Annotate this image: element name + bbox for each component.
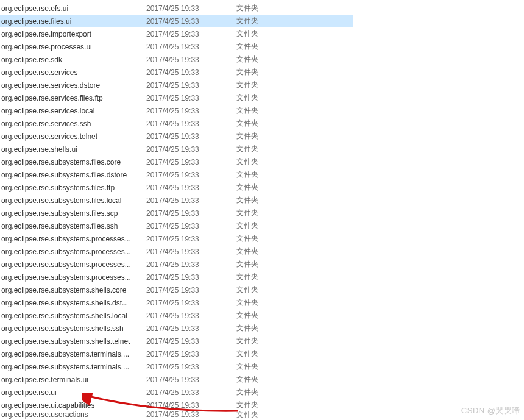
table-row[interactable]: org.eclipse.rse.sdk2017/4/25 19:33文件夹 [0, 53, 353, 66]
file-type: 文件夹 [236, 54, 297, 65]
file-type: 文件夹 [236, 208, 297, 218]
file-date: 2017/4/25 19:33 [146, 4, 236, 13]
table-row[interactable]: org.eclipse.rse.subsystems.shells.telnet… [0, 335, 353, 347]
table-row[interactable]: org.eclipse.rse.services.dstore2017/4/25… [0, 79, 353, 91]
table-row[interactable]: org.eclipse.rse.subsystems.processes...2… [0, 245, 353, 258]
file-date: 2017/4/25 19:33 [146, 43, 236, 51]
file-name: org.eclipse.rse.subsystems.processes... [1, 235, 146, 243]
table-row[interactable]: org.eclipse.rse.subsystems.files.local20… [0, 194, 353, 207]
file-date: 2017/4/25 19:33 [146, 68, 236, 77]
table-row[interactable]: org.eclipse.rse.importexport2017/4/25 19… [0, 27, 353, 40]
table-row[interactable]: org.eclipse.rse.services.files.ftp2017/4… [0, 91, 353, 104]
file-name: org.eclipse.rse.processes.ui [1, 43, 146, 51]
file-name: org.eclipse.rse.services.dstore [1, 81, 146, 90]
table-row[interactable]: org.eclipse.rse.subsystems.terminals....… [0, 347, 353, 360]
file-date: 2017/4/25 19:33 [146, 81, 236, 90]
table-row[interactable]: org.eclipse.rse.files.ui2017/4/25 19:33文… [0, 15, 353, 27]
table-row[interactable]: org.eclipse.rse.subsystems.files.dstore2… [0, 168, 353, 181]
file-type: 文件夹 [236, 195, 297, 205]
file-date: 2017/4/25 19:33 [146, 324, 236, 333]
file-type: 文件夹 [236, 144, 297, 154]
file-name: org.eclipse.rse.sdk [1, 55, 146, 64]
file-name: org.eclipse.rse.subsystems.shells.local [1, 311, 146, 320]
file-type: 文件夹 [236, 131, 297, 141]
file-date: 2017/4/25 19:33 [146, 94, 236, 102]
table-row[interactable]: org.eclipse.rse.subsystems.files.ftp2017… [0, 181, 353, 194]
file-date: 2017/4/25 19:33 [146, 299, 236, 307]
file-type: 文件夹 [236, 3, 297, 13]
file-date: 2017/4/25 19:33 [146, 247, 236, 256]
table-row[interactable]: org.eclipse.rse.terminals.ui2017/4/25 19… [0, 373, 353, 386]
file-type: 文件夹 [236, 169, 297, 180]
file-type: 文件夹 [236, 323, 297, 333]
table-row[interactable]: org.eclipse.rse.subsystems.files.ssh2017… [0, 219, 353, 232]
table-row[interactable]: org.eclipse.rse.subsystems.terminals....… [0, 360, 353, 373]
table-row[interactable]: org.eclipse.rse.shells.ui2017/4/25 19:33… [0, 143, 353, 155]
file-list[interactable]: org.eclipse.rse.efs.ui2017/4/25 19:33文件夹… [0, 0, 353, 418]
file-type: 文件夹 [236, 387, 297, 397]
table-row[interactable]: org.eclipse.rse.subsystems.files.scp2017… [0, 207, 353, 219]
file-name: org.eclipse.rse.subsystems.processes... [1, 273, 146, 282]
file-date: 2017/4/25 19:33 [146, 401, 236, 410]
table-row[interactable]: org.eclipse.rse.efs.ui2017/4/25 19:33文件夹 [0, 2, 353, 15]
table-row[interactable]: org.eclipse.rse.services.telnet2017/4/25… [0, 130, 353, 143]
file-type: 文件夹 [236, 80, 297, 90]
file-name: org.eclipse.rse.subsystems.shells.ssh [1, 324, 146, 333]
table-row[interactable]: org.eclipse.rse.subsystems.files.core201… [0, 155, 353, 168]
file-date: 2017/4/25 19:33 [146, 311, 236, 320]
file-name: org.eclipse.rse.subsystems.files.scp [1, 209, 146, 218]
table-row[interactable]: org.eclipse.rse.subsystems.shells.core20… [0, 283, 353, 296]
file-date: 2017/4/25 19:33 [146, 337, 236, 346]
file-name: org.eclipse.rse.files.ui [1, 17, 146, 26]
table-row[interactable]: org.eclipse.rse.services.ssh2017/4/25 19… [0, 117, 353, 130]
file-name: org.eclipse.rse.efs.ui [1, 4, 146, 13]
file-type: 文件夹 [236, 361, 297, 372]
table-row[interactable]: org.eclipse.rse.subsystems.shells.ssh201… [0, 322, 353, 335]
file-name: org.eclipse.rse.subsystems.terminals.... [1, 363, 146, 371]
file-name: org.eclipse.rse.subsystems.files.ftp [1, 183, 146, 192]
file-name: org.eclipse.rse.services.files.ftp [1, 94, 146, 102]
watermark: CSDN @哭哭啼 [461, 405, 520, 416]
file-name: org.eclipse.rse.services.telnet [1, 132, 146, 141]
file-type: 文件夹 [236, 259, 297, 269]
file-date: 2017/4/25 19:33 [146, 17, 236, 26]
file-name: org.eclipse.rse.subsystems.files.local [1, 196, 146, 205]
file-date: 2017/4/25 19:33 [146, 222, 236, 230]
file-name: org.eclipse.rse.ui.capabilities [1, 401, 146, 410]
table-row[interactable]: org.eclipse.rse.subsystems.shells.dst...… [0, 296, 353, 309]
file-date: 2017/4/25 19:33 [146, 119, 236, 128]
file-type: 文件夹 [236, 272, 297, 282]
file-type: 文件夹 [236, 182, 297, 193]
file-date: 2017/4/25 19:33 [146, 196, 236, 205]
file-type: 文件夹 [236, 67, 297, 77]
file-name: org.eclipse.rse.subsystems.shells.dst... [1, 299, 146, 307]
table-row[interactable]: org.eclipse.rse.subsystems.processes...2… [0, 232, 353, 245]
table-row[interactable]: org.eclipse.rse.ui2017/4/25 19:33文件夹 [0, 386, 353, 399]
table-row[interactable]: org.eclipse.rse.ui.capabilities2017/4/25… [0, 399, 353, 411]
file-name: org.eclipse.rse.subsystems.files.ssh [1, 222, 146, 230]
file-type: 文件夹 [236, 16, 297, 26]
table-row[interactable]: org.eclipse.rse.processes.ui2017/4/25 19… [0, 40, 353, 53]
file-name: org.eclipse.rse.subsystems.processes... [1, 247, 146, 256]
file-type: 文件夹 [236, 93, 297, 103]
file-name: org.eclipse.rse.shells.ui [1, 145, 146, 154]
table-row[interactable]: org.eclipse.rse.subsystems.shells.local2… [0, 309, 353, 322]
file-date: 2017/4/25 19:33 [146, 260, 236, 269]
file-date: 2017/4/25 19:33 [146, 132, 236, 141]
file-date: 2017/4/25 19:33 [146, 183, 236, 192]
file-date: 2017/4/25 19:33 [146, 171, 236, 179]
file-name: org.eclipse.rse.services [1, 68, 146, 77]
table-row[interactable]: org.eclipse.rse.services2017/4/25 19:33文… [0, 66, 353, 79]
table-row[interactable]: org.eclipse.rse.subsystems.processes...2… [0, 258, 353, 271]
file-date: 2017/4/25 19:33 [146, 273, 236, 282]
file-type: 文件夹 [236, 410, 297, 420]
file-type: 文件夹 [236, 400, 297, 410]
file-type: 文件夹 [236, 157, 297, 167]
file-date: 2017/4/25 19:33 [146, 107, 236, 115]
table-row[interactable]: org.eclipse.rse.subsystems.processes...2… [0, 271, 353, 283]
table-row[interactable]: org.eclipse.rse.useractions2017/4/25 19:… [0, 411, 353, 418]
file-date: 2017/4/25 19:33 [146, 363, 236, 371]
table-row[interactable]: org.eclipse.rse.services.local2017/4/25 … [0, 104, 353, 117]
file-date: 2017/4/25 19:33 [146, 209, 236, 218]
file-name: org.eclipse.rse.useractions [1, 410, 146, 419]
